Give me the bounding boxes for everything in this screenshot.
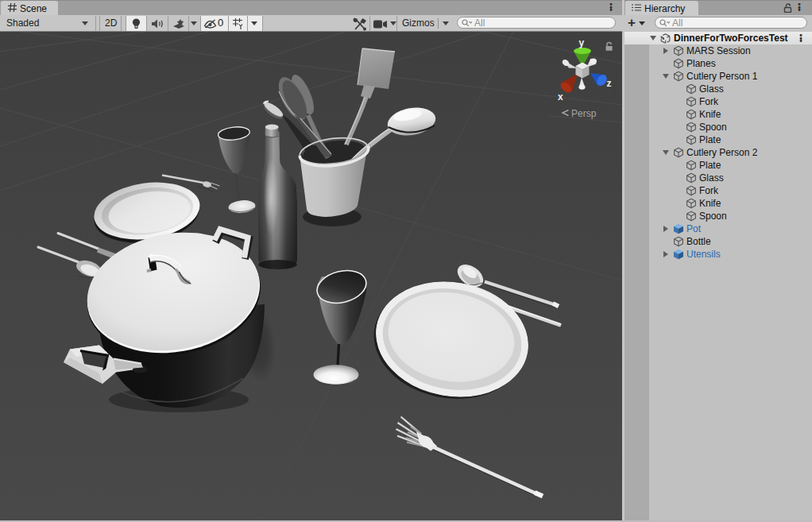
svg-text:Persp: Persp — [571, 108, 597, 119]
svg-text:z: z — [607, 78, 612, 89]
svg-text:y: y — [579, 37, 585, 48]
svg-text:x: x — [558, 91, 563, 102]
